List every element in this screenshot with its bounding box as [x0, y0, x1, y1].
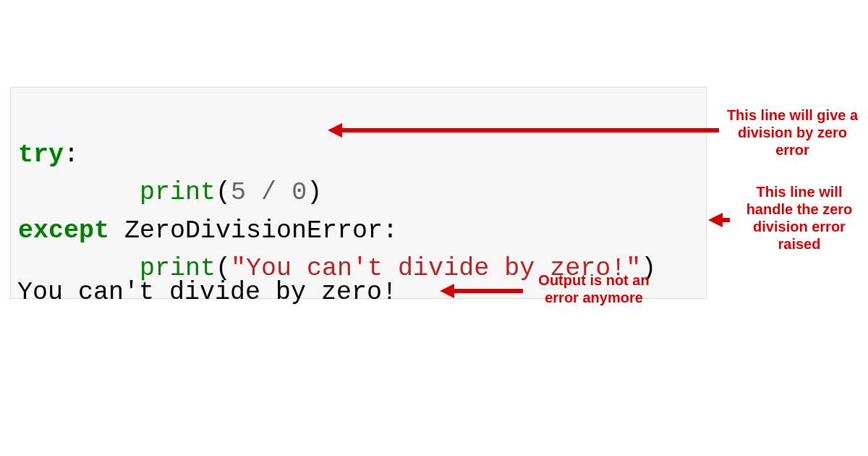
arrow-left-icon — [328, 123, 342, 138]
code-block: try: print(5 / 0) except ZeroDivisionErr… — [10, 87, 707, 299]
arrow-left-icon — [440, 284, 454, 298]
program-output: You can't divide by zero! — [17, 278, 397, 307]
arrow-1 — [328, 123, 718, 138]
annotation-output: Output is not an error anymore — [525, 271, 663, 306]
code-line-3: except ZeroDivisionError: — [18, 216, 398, 245]
call-print-1: print — [140, 178, 216, 207]
keyword-except: except — [18, 216, 109, 245]
code-line-1: try: — [18, 140, 79, 169]
annotation-division-error: This line will give a division by zero e… — [726, 106, 859, 159]
arrow-2 — [708, 213, 730, 227]
annotation-handle-error: This line will handle the zero division … — [734, 183, 864, 253]
code-line-2: print(5 / 0) — [18, 178, 322, 207]
keyword-try: try — [18, 140, 64, 169]
arrow-3 — [440, 284, 523, 298]
exception-name: ZeroDivisionError — [124, 216, 383, 245]
arrow-left-icon — [708, 213, 723, 227]
